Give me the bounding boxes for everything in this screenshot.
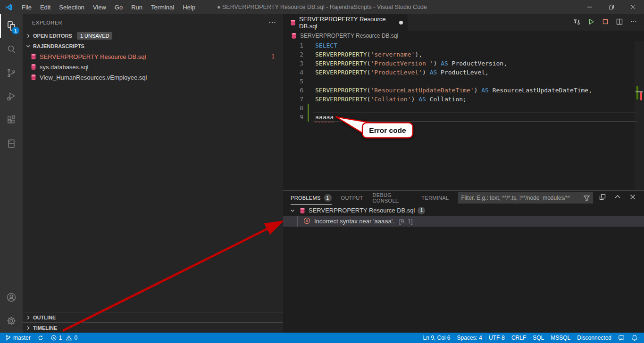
code-line-text[interactable]: SERVERPROPERTY('Collation') AS Collation… bbox=[315, 96, 467, 103]
code-line-3[interactable]: 3SERVERPROPERTY('ProductVersion ') AS Pr… bbox=[283, 59, 644, 68]
indentation[interactable]: Spaces: 4 bbox=[454, 333, 485, 343]
status-bar: master 1 0 Ln 9, Col 6Spaces: 4UTF-8CRLF… bbox=[0, 333, 644, 343]
code-line-5[interactable]: 5 bbox=[283, 77, 644, 86]
cancel-query-icon[interactable] bbox=[602, 18, 609, 27]
menu-help[interactable]: Help bbox=[178, 0, 200, 14]
code-line-6[interactable]: 6SERVERPROPERTY('ResourceLastUpdateDateT… bbox=[283, 86, 644, 95]
chevron-down-icon bbox=[25, 42, 32, 50]
panel-tab-output[interactable]: OUTPUT bbox=[341, 191, 363, 205]
line-number[interactable]: 1 bbox=[283, 42, 303, 49]
bottom-panel: PROBLEMS1OUTPUTDEBUG CONSOLETERMINAL SER… bbox=[283, 190, 644, 333]
eol-sequence[interactable]: CRLF bbox=[508, 333, 529, 343]
code-line-text[interactable]: SERVERPROPERTY('ProductLevel') AS Produc… bbox=[315, 69, 489, 76]
problems-filter[interactable] bbox=[458, 192, 593, 204]
menu-go[interactable]: Go bbox=[110, 0, 127, 14]
chevron-right-icon bbox=[25, 32, 32, 40]
editor-actions bbox=[573, 14, 644, 31]
activity-bar: 1 bbox=[0, 14, 23, 333]
activity-settings[interactable] bbox=[0, 309, 23, 333]
encoding[interactable]: UTF-8 bbox=[485, 333, 508, 343]
maximize-panel-icon[interactable] bbox=[614, 193, 621, 203]
line-number[interactable]: 4 bbox=[283, 69, 303, 76]
code-line-1[interactable]: 1SELECT bbox=[283, 41, 644, 50]
connection-status[interactable]: Disconnected bbox=[574, 333, 615, 343]
feedback-indicator[interactable] bbox=[615, 333, 628, 343]
restore-button[interactable] bbox=[601, 0, 622, 14]
activity-explorer[interactable]: 1 bbox=[0, 14, 23, 38]
restore-panel-icon[interactable] bbox=[599, 193, 606, 203]
minimize-button[interactable] bbox=[579, 0, 601, 14]
mssql-provider[interactable]: MSSQL bbox=[547, 333, 574, 343]
sync-indicator[interactable] bbox=[34, 333, 47, 343]
panel-tab-problems[interactable]: PROBLEMS1 bbox=[291, 191, 332, 205]
problems-filter-input[interactable] bbox=[461, 195, 583, 201]
close-window-button[interactable] bbox=[622, 0, 644, 14]
problems-indicator[interactable]: 1 0 bbox=[47, 333, 81, 343]
code-line-4[interactable]: 4SERVERPROPERTY('ProductLevel') AS Produ… bbox=[283, 68, 644, 77]
error-count-icon bbox=[50, 335, 57, 341]
line-number[interactable]: 3 bbox=[283, 60, 303, 67]
line-number[interactable]: 5 bbox=[283, 78, 303, 85]
gutter-change-indicator bbox=[308, 95, 309, 104]
menu-edit[interactable]: Edit bbox=[36, 0, 55, 14]
line-number[interactable]: 8 bbox=[283, 105, 303, 112]
change-connection-icon[interactable] bbox=[573, 18, 581, 27]
cursor-position[interactable]: Ln 9, Col 6 bbox=[419, 333, 453, 343]
line-number[interactable]: 2 bbox=[283, 51, 303, 58]
vscode-logo-icon bbox=[5, 3, 13, 11]
activity-account[interactable] bbox=[0, 286, 23, 309]
code-line-9[interactable]: 9aaaaa bbox=[283, 113, 644, 122]
file-item[interactable]: sys.databases.sql bbox=[23, 62, 283, 72]
title-bar: FileEditSelectionViewGoRunTerminalHelp ●… bbox=[0, 0, 644, 14]
split-editor-icon[interactable] bbox=[616, 18, 623, 27]
notifications-indicator[interactable] bbox=[628, 333, 641, 343]
dirty-indicator-icon[interactable] bbox=[399, 21, 403, 24]
file-name: sys.databases.sql bbox=[40, 64, 88, 71]
editor-tab[interactable]: SERVERPROPERTY Resource DB.sql bbox=[283, 14, 408, 31]
activity-run-debug[interactable] bbox=[0, 85, 23, 108]
activity-extensions[interactable] bbox=[0, 108, 23, 132]
close-panel-icon[interactable] bbox=[629, 193, 636, 203]
sidebar-more-actions-icon[interactable]: ⋯ bbox=[268, 18, 276, 27]
code-line-text[interactable]: SERVERPROPERTY('ProductVersion ') AS Pro… bbox=[315, 60, 507, 67]
code-line-8[interactable]: 8 bbox=[283, 104, 644, 113]
code-line-2[interactable]: 2SERVERPROPERTY('servername'), bbox=[283, 50, 644, 59]
open-editors-section[interactable]: OPEN EDITORS 1 UNSAVED bbox=[23, 31, 283, 41]
chevron-right-icon bbox=[25, 324, 32, 332]
filter-icon[interactable] bbox=[583, 195, 590, 202]
menu-run[interactable]: Run bbox=[127, 0, 147, 14]
line-number[interactable]: 6 bbox=[283, 87, 303, 94]
activity-sql-server[interactable] bbox=[0, 132, 23, 155]
timeline-section[interactable]: TIMELINE bbox=[23, 322, 283, 333]
code-line-text[interactable]: aaaaa bbox=[315, 114, 334, 121]
problem-item[interactable]: Incorrect syntax near 'aaaaa'. [9, 1] bbox=[283, 216, 644, 227]
outline-section[interactable]: OUTLINE bbox=[23, 312, 283, 322]
run-query-icon[interactable] bbox=[587, 18, 595, 27]
file-item[interactable]: SERVERPROPERTY Resource DB.sql 1 bbox=[23, 51, 283, 62]
breadcrumb[interactable]: SERVERPROPERTY Resource DB.sql bbox=[283, 31, 644, 41]
problems-file-group[interactable]: SERVERPROPERTY Resource DB.sql 1 bbox=[283, 205, 644, 216]
code-line-text[interactable]: SERVERPROPERTY('ResourceLastUpdateDateTi… bbox=[315, 87, 592, 94]
line-number[interactable]: 9 bbox=[283, 114, 303, 121]
code-line-7[interactable]: 7SERVERPROPERTY('Collation') AS Collatio… bbox=[283, 95, 644, 104]
code-editor[interactable]: 1SELECT2SERVERPROPERTY('servername'),3SE… bbox=[283, 41, 644, 190]
activity-search[interactable] bbox=[0, 38, 23, 61]
menu-view[interactable]: View bbox=[89, 0, 110, 14]
code-line-text[interactable]: SERVERPROPERTY('servername'), bbox=[315, 51, 422, 58]
explorer-sidebar: EXPLORER ⋯ OPEN EDITORS 1 UNSAVED RAJEND… bbox=[23, 14, 283, 333]
menu-selection[interactable]: Selection bbox=[55, 0, 88, 14]
panel-tab-debug-console[interactable]: DEBUG CONSOLE bbox=[373, 191, 412, 205]
panel-tab-terminal[interactable]: TERMINAL bbox=[421, 191, 449, 205]
code-line-text[interactable]: SELECT bbox=[315, 42, 337, 49]
language-mode[interactable]: SQL bbox=[529, 333, 547, 343]
menu-terminal[interactable]: Terminal bbox=[147, 0, 178, 14]
menu-file[interactable]: File bbox=[17, 0, 36, 14]
activity-source-control[interactable] bbox=[0, 61, 23, 85]
chevron-down-icon bbox=[289, 207, 296, 214]
overview-ruler[interactable] bbox=[635, 41, 644, 190]
more-actions-icon[interactable] bbox=[630, 18, 637, 27]
workspace-section[interactable]: RAJENDRASCRIPTS bbox=[23, 41, 283, 51]
branch-indicator[interactable]: master bbox=[0, 333, 34, 343]
line-number[interactable]: 7 bbox=[283, 96, 303, 103]
file-item[interactable]: View_HumanResources.vEmployee.sql bbox=[23, 72, 283, 82]
